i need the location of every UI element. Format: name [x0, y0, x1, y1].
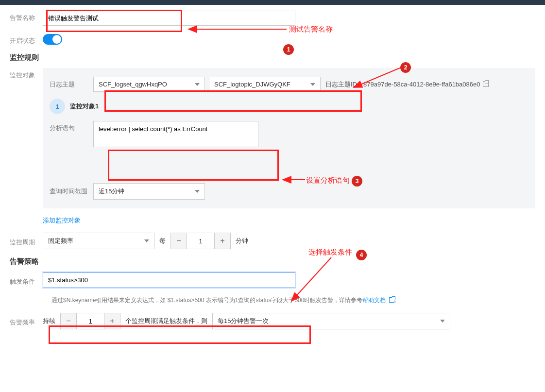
cycle-type-value: 固定频率: [48, 237, 73, 245]
logset-select-value: SCF_logset_qgwHxqPO: [99, 81, 167, 88]
label-alarm-freq: 告警频率: [10, 315, 43, 327]
sustain-stepper: − +: [60, 313, 120, 329]
query-range-select[interactable]: 近15分钟: [93, 183, 205, 200]
cycle-stepper: − +: [170, 233, 231, 249]
target-number-badge: 1: [50, 99, 65, 114]
alarm-freq-value: 每15分钟告警一次: [218, 317, 269, 325]
trigger-helper-text: 通过$N.keyname引用结果来定义表达式，如 $1.status>500 表…: [51, 296, 535, 305]
chevron-down-icon: [195, 190, 200, 193]
top-bar: [0, 0, 545, 5]
section-monitor-rule: 监控规则: [10, 53, 535, 62]
label-enable-status: 开启状态: [10, 34, 43, 45]
enable-toggle[interactable]: [43, 34, 62, 45]
label-sustain: 持续: [43, 317, 55, 325]
label-cycles-then: 个监控周期满足触发条件，则: [125, 317, 207, 325]
alarm-freq-select[interactable]: 每15分钟告警一次: [212, 313, 450, 329]
label-trigger-cond: 触发条件: [10, 274, 43, 286]
chevron-down-icon: [440, 320, 445, 323]
label-monitor-target: 监控对象: [10, 68, 43, 80]
label-monitor-cycle: 监控周期: [10, 235, 43, 247]
sustain-value-input[interactable]: [77, 313, 104, 329]
label-minute: 分钟: [236, 237, 248, 245]
chevron-down-icon: [144, 239, 149, 242]
monitor-target-panel: 日志主题 SCF_logset_qgwHxqPO SCF_logtopic_DJ…: [43, 68, 535, 208]
copy-icon[interactable]: [483, 81, 489, 87]
logtopic-select-value: SCF_logtopic_DJWGyQKF: [214, 81, 290, 88]
logtopic-select[interactable]: SCF_logtopic_DJWGyQKF: [209, 77, 321, 92]
label-alarm-name: 告警名称: [10, 11, 43, 22]
chevron-down-icon: [310, 83, 315, 86]
sustain-plus-button[interactable]: +: [104, 313, 120, 329]
analysis-stmt-textarea[interactable]: [93, 121, 258, 147]
cycle-minus-button[interactable]: −: [170, 233, 187, 249]
help-doc-link[interactable]: 帮助文档: [362, 297, 394, 304]
label-query-range: 查询时间范围: [50, 187, 93, 196]
cycle-value-input[interactable]: [187, 233, 214, 249]
section-alarm-policy: 告警策略: [10, 257, 535, 266]
cycle-type-select[interactable]: 固定频率: [43, 233, 154, 249]
logset-select[interactable]: SCF_logset_qgwHxqPO: [93, 77, 205, 92]
trigger-cond-input[interactable]: [43, 272, 295, 288]
add-monitor-target-link[interactable]: 添加监控对象: [43, 216, 81, 225]
alarm-name-input[interactable]: [43, 11, 295, 26]
cycle-plus-button[interactable]: +: [214, 233, 231, 249]
query-range-value: 近15分钟: [99, 187, 124, 196]
log-topic-id: 日志主题ID：879a97de-58ca-4012-8e9e-ffa61ba08…: [325, 80, 489, 89]
label-analysis-stmt: 分析语句: [50, 121, 93, 133]
chevron-down-icon: [195, 83, 200, 86]
label-every: 每: [159, 237, 166, 245]
label-log-topic: 日志主题: [50, 80, 93, 89]
sustain-minus-button[interactable]: −: [60, 313, 77, 329]
external-link-icon: [389, 297, 394, 303]
target-title: 监控对象1: [70, 102, 99, 111]
